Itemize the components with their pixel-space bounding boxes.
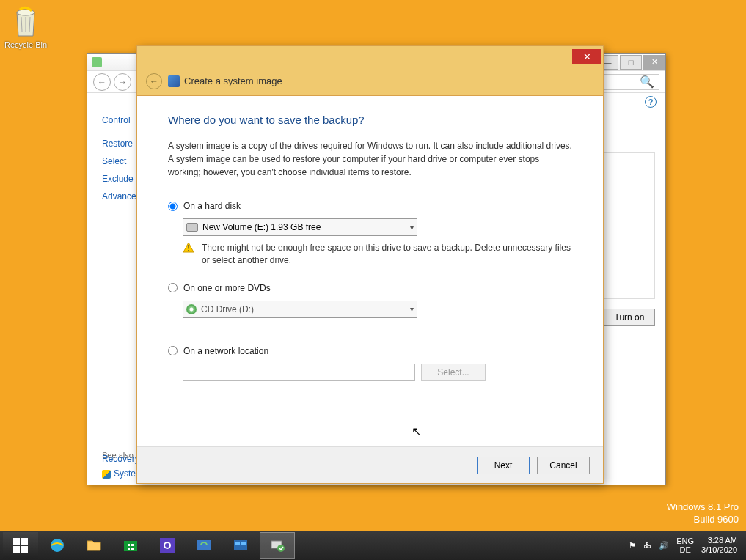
- cancel-button[interactable]: Cancel: [537, 457, 590, 474]
- watermark-line2: Build 9600: [667, 514, 739, 526]
- svg-rect-16: [235, 542, 240, 545]
- next-button[interactable]: Next: [477, 457, 530, 474]
- shield-icon: [102, 470, 111, 479]
- taskbar-explorer[interactable]: [76, 532, 111, 559]
- system-image-icon: [168, 75, 180, 87]
- panel-icon: [232, 537, 249, 554]
- svg-rect-5: [21, 546, 28, 553]
- maximize-button[interactable]: □: [620, 55, 642, 70]
- turn-on-button[interactable]: Turn on: [604, 309, 655, 326]
- windows-watermark: Windows 8.1 Pro Build 9600: [667, 501, 739, 526]
- svg-text:!: !: [188, 244, 190, 252]
- windows-logo-icon: [12, 537, 29, 554]
- network-path-input[interactable]: [183, 364, 415, 381]
- radio-hard-disk[interactable]: [168, 202, 178, 211]
- svg-rect-3: [21, 538, 28, 545]
- svg-rect-9: [131, 544, 134, 546]
- dvd-value: CD Drive (D:): [201, 304, 254, 314]
- lang-primary: ENG: [676, 537, 694, 545]
- clock-date: 3/10/2020: [701, 545, 737, 555]
- dlg-title-text: Create a system image: [184, 75, 282, 86]
- gear-icon: [158, 537, 176, 554]
- lang-secondary: DE: [676, 545, 694, 554]
- hard-disk-icon: [186, 223, 198, 232]
- taskbar-ie[interactable]: [40, 532, 75, 559]
- dlg-close-button[interactable]: ✕: [572, 49, 601, 64]
- dlg-question: Where do you want to save the backup?: [168, 114, 572, 126]
- dlg-back-button[interactable]: ←: [146, 73, 162, 89]
- option-network-label: On a network location: [183, 346, 268, 356]
- sync-icon: [195, 537, 213, 554]
- mouse-cursor: ↖: [412, 424, 421, 438]
- svg-rect-11: [131, 548, 134, 550]
- system-image-icon: [268, 537, 286, 554]
- ie-icon: [48, 537, 66, 554]
- option-hard-disk[interactable]: On a hard disk: [168, 201, 572, 211]
- language-indicator[interactable]: ENG DE: [676, 537, 694, 554]
- dlg-footer: Next Cancel: [137, 446, 603, 483]
- nav-back-button[interactable]: ←: [93, 73, 111, 91]
- cd-icon: [186, 304, 197, 314]
- search-icon: 🔍: [640, 75, 654, 89]
- taskbar: ⚑ 🖧 🔊 ENG DE 3:28 AM 3/10/2020: [0, 531, 746, 560]
- close-button[interactable]: ✕: [643, 55, 665, 70]
- recycle-bin-label: Recycle Bin: [4, 40, 48, 49]
- recycle-bin-icon: [11, 4, 40, 39]
- watermark-line1: Windows 8.1 Pro: [667, 501, 739, 514]
- svg-point-19: [277, 545, 285, 552]
- taskbar-app1[interactable]: [150, 532, 185, 559]
- start-button[interactable]: [3, 532, 38, 559]
- clock[interactable]: 3:28 AM 3/10/2020: [701, 536, 737, 555]
- network-icon[interactable]: 🖧: [643, 541, 651, 550]
- taskbar-system-image[interactable]: [260, 532, 295, 559]
- nav-forward-button[interactable]: →: [114, 73, 131, 91]
- warning-text: There might not be enough free space on …: [202, 242, 572, 267]
- dvd-select[interactable]: CD Drive (D:) ▾: [183, 301, 417, 318]
- option-dvd[interactable]: On one or more DVDs: [168, 283, 572, 293]
- flag-icon[interactable]: ⚑: [629, 541, 636, 550]
- recycle-bin[interactable]: Recycle Bin: [4, 4, 48, 49]
- warning-icon: !: [183, 242, 194, 254]
- cp-icon: [92, 57, 102, 67]
- taskbar-store[interactable]: [113, 532, 148, 559]
- hard-disk-value: New Volume (E:) 1.93 GB free: [202, 222, 321, 232]
- svg-rect-2: [13, 538, 20, 545]
- svg-rect-4: [13, 546, 20, 553]
- svg-rect-10: [128, 548, 130, 550]
- option-network[interactable]: On a network location: [168, 346, 572, 356]
- folder-icon: [85, 537, 103, 554]
- select-network-button: Select...: [421, 364, 486, 381]
- hard-disk-select[interactable]: New Volume (E:) 1.93 GB free ▾: [183, 218, 417, 236]
- taskbar-app2[interactable]: [186, 532, 222, 559]
- svg-rect-12: [160, 538, 175, 553]
- radio-network[interactable]: [168, 346, 178, 355]
- taskbar-app3[interactable]: [223, 532, 258, 559]
- create-system-image-dialog: ✕ ← Create a system image Where do you w…: [136, 45, 604, 484]
- svg-rect-17: [241, 542, 246, 545]
- option-hard-disk-label: On a hard disk: [183, 201, 241, 211]
- dlg-description: A system image is a copy of the drives r…: [168, 139, 572, 179]
- dlg-titlebar: ✕: [137, 46, 603, 67]
- chevron-down-icon: ▾: [410, 305, 414, 313]
- radio-dvd[interactable]: [168, 283, 178, 292]
- chevron-down-icon: ▾: [410, 224, 414, 232]
- help-icon[interactable]: ?: [645, 96, 657, 108]
- svg-rect-8: [128, 544, 130, 546]
- option-dvd-label: On one or more DVDs: [183, 283, 271, 293]
- volume-icon[interactable]: 🔊: [659, 541, 669, 550]
- clock-time: 3:28 AM: [701, 536, 737, 545]
- store-icon: [122, 537, 139, 554]
- system-tray: ⚑ 🖧 🔊 ENG DE 3:28 AM 3/10/2020: [629, 536, 743, 555]
- svg-rect-7: [124, 541, 137, 551]
- dlg-header: ← Create a system image: [137, 67, 603, 96]
